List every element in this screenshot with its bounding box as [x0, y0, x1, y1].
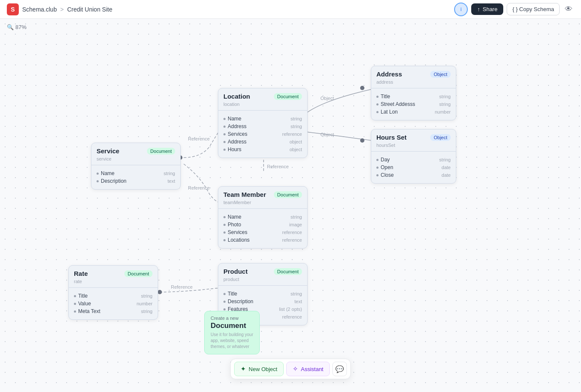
tooltip-desc: Use it for building your app, website, s…	[211, 332, 253, 350]
rate-card-badge: Document	[124, 270, 153, 277]
zoom-level: 87%	[15, 24, 26, 30]
bullet-icon	[376, 174, 379, 176]
table-row: Services reference	[223, 130, 302, 138]
hours-set-card[interactable]: Hours Set Object hoursSet Day string Ope…	[371, 129, 456, 184]
bullet-icon	[223, 126, 226, 128]
table-row: Day string	[376, 156, 451, 164]
hours-set-card-divider	[371, 151, 456, 152]
table-row: Description text	[97, 177, 175, 185]
breadcrumb-app[interactable]: Schema.club	[22, 6, 57, 13]
rate-card-title: Rate	[74, 270, 88, 277]
service-card-title: Service	[97, 147, 119, 155]
header-right: i ↑ Share { } Copy Schema 👁	[454, 3, 574, 16]
service-card-subtitle: service	[91, 156, 180, 165]
svg-point-9	[158, 290, 162, 294]
table-row: Locations reference	[223, 236, 302, 244]
tooltip-doctitle: Document	[211, 322, 253, 330]
message-button[interactable]: 💬	[332, 362, 347, 376]
table-row: Address string	[223, 123, 302, 130]
svg-text:Reference: Reference	[188, 136, 210, 141]
tooltip-pretitle: Create a new	[211, 316, 253, 321]
table-row: Services reference	[223, 228, 302, 236]
breadcrumb-separator: >	[60, 6, 64, 13]
bullet-icon	[74, 310, 76, 313]
new-object-button[interactable]: ✦ New Object	[234, 362, 284, 376]
team-member-card-subtitle: teamMember	[218, 200, 307, 208]
rate-card-fields: Title string Value number Meta Text stri…	[69, 290, 158, 319]
table-row: Value number	[74, 300, 153, 307]
visibility-toggle-button[interactable]: 👁	[563, 3, 574, 15]
bullet-icon	[223, 133, 226, 135]
rate-card-divider	[69, 287, 158, 288]
svg-point-3	[360, 86, 364, 90]
address-card[interactable]: Address Object address Title string Stre…	[371, 66, 456, 120]
zoom-icon: 🔍	[7, 24, 14, 30]
rate-card[interactable]: Rate Document rate Title string Value nu…	[68, 265, 158, 320]
assistant-icon: ✧	[293, 365, 298, 373]
team-member-card-fields: Name string Photo image Services referen…	[218, 211, 307, 248]
team-member-card-header: Team Member Document	[218, 187, 307, 200]
product-card-subtitle: product	[218, 277, 307, 285]
service-card-badge: Document	[147, 148, 175, 155]
avatar-button[interactable]: i	[454, 3, 468, 16]
table-row: Title string	[376, 93, 451, 100]
bullet-icon	[376, 167, 379, 169]
service-card[interactable]: Service Document service Name string Des…	[91, 143, 181, 190]
address-card-fields: Title string Street Addesss string Lat L…	[371, 91, 456, 120]
address-card-badge: Object	[430, 71, 451, 78]
product-card-badge: Document	[274, 268, 302, 275]
hours-set-card-badge: Object	[430, 134, 451, 141]
eye-icon: 👁	[565, 5, 572, 13]
table-row: Address object	[223, 138, 302, 146]
product-card-title: Product	[223, 268, 248, 275]
rate-card-header: Rate Document	[69, 266, 158, 279]
header: S Schema.club > Credit Union Site i ↑ Sh…	[0, 0, 581, 19]
message-icon: 💬	[335, 365, 344, 373]
service-card-divider	[91, 165, 180, 165]
schema-canvas[interactable]: 🔍 87% Reference Reference Object Object …	[0, 19, 581, 392]
location-card-badge: Document	[274, 93, 302, 100]
copy-schema-button[interactable]: { } Copy Schema	[507, 3, 560, 15]
location-card-fields: Name string Address string Services refe…	[218, 113, 307, 158]
header-left: S Schema.club > Credit Union Site	[7, 3, 112, 15]
zoom-indicator: 🔍 87%	[7, 24, 26, 30]
bullet-icon	[223, 293, 226, 295]
team-member-card-divider	[218, 208, 307, 209]
table-row: Description text	[223, 298, 302, 305]
bullet-icon	[223, 224, 226, 226]
svg-text:Reference: Reference	[267, 164, 289, 169]
location-card[interactable]: Location Document location Name string A…	[218, 88, 308, 158]
table-row: Hours object	[223, 146, 302, 153]
table-row: Name string	[97, 170, 175, 177]
share-button[interactable]: ↑ Share	[471, 3, 503, 15]
svg-text:Object: Object	[320, 132, 334, 137]
assistant-button[interactable]: ✧ Assistant	[286, 362, 330, 376]
app-logo: S	[7, 3, 19, 15]
share-icon: ↑	[477, 6, 480, 12]
bullet-icon	[376, 111, 379, 113]
table-row: Meta Text string	[74, 307, 153, 315]
table-row: Lat Lon number	[376, 108, 451, 116]
bullet-icon	[223, 239, 226, 241]
service-card-fields: Name string Description text	[91, 168, 180, 189]
bullet-icon	[223, 231, 226, 234]
bullet-icon	[376, 159, 379, 161]
new-object-icon: ✦	[241, 365, 246, 373]
table-row: Open date	[376, 164, 451, 171]
toolbar: ✦ New Object ✧ Assistant 💬	[230, 359, 351, 379]
location-card-subtitle: location	[218, 102, 307, 110]
location-card-divider	[218, 110, 307, 111]
hours-set-card-title: Hours Set	[376, 134, 407, 141]
table-row: Title string	[223, 290, 302, 298]
svg-text:Object: Object	[320, 96, 334, 101]
product-card-header: Product Document	[218, 263, 307, 277]
team-member-card[interactable]: Team Member Document teamMember Name str…	[218, 186, 308, 249]
service-card-header: Service Document	[91, 143, 180, 156]
hours-set-card-header: Hours Set Object	[371, 129, 456, 143]
bullet-icon	[74, 303, 76, 305]
address-card-title: Address	[376, 70, 402, 78]
svg-text:Reference: Reference	[171, 284, 193, 290]
bullet-icon	[74, 295, 76, 297]
bullet-icon	[223, 149, 226, 151]
team-member-card-title: Team Member	[223, 191, 266, 198]
